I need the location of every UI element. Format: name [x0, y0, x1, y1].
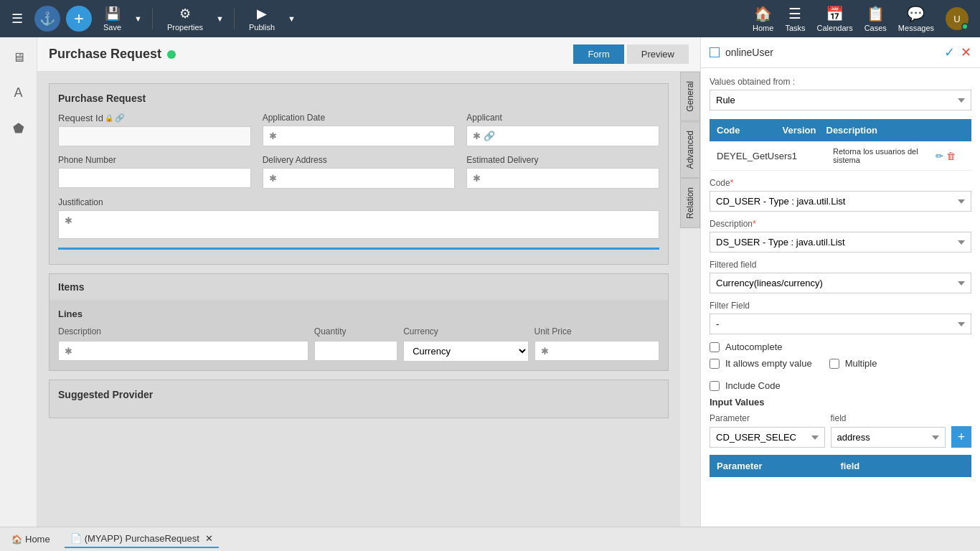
main-area: 🖥 A ⬟ Purchase Request Form Preview Purc… [0, 37, 980, 527]
app-date-field: Application Date ✱ [263, 113, 456, 146]
values-from-select[interactable]: Rule [710, 90, 971, 110]
preview-tab[interactable]: Preview [627, 44, 689, 64]
suggested-provider-title: Suggested Provider [58, 389, 659, 400]
field-select[interactable]: address [831, 427, 946, 448]
advanced-tab[interactable]: Advanced [680, 121, 700, 178]
avatar-status-dot [961, 23, 969, 30]
toolbar-right: 🏠 Home ☰ Tasks 📅 Calendars 📋 Cases 💬 Mes… [753, 5, 974, 32]
properties-button[interactable]: ⚙ Properties [161, 3, 209, 34]
rp-header: onlineUser ✓ ✕ [701, 37, 980, 68]
justification-input[interactable]: ✱ [58, 210, 659, 239]
autocomplete-checkbox[interactable] [710, 342, 720, 352]
table-header-version: Version [783, 125, 826, 136]
form-tab[interactable]: Form [573, 44, 623, 64]
nav-calendars[interactable]: 📅 Calendars [817, 5, 853, 32]
description-label: Description [710, 219, 971, 229]
purchase-request-section: Purchase Request Request Id 🔒 🔗 Applicat… [49, 83, 669, 265]
publish-icon: ▶ [257, 6, 267, 22]
tasks-icon: ☰ [788, 5, 801, 22]
sidebar-text-icon[interactable]: A [9, 81, 27, 105]
description-select[interactable]: DS_USER - Type : java.util.List [710, 232, 971, 253]
logo-button[interactable]: ⚓ [34, 6, 60, 32]
estimated-delivery-field: Estimated Delivery ✱ [466, 155, 659, 189]
page-title-area: Purchase Request [49, 47, 176, 62]
side-tabs: General Advanced Relation [680, 72, 700, 527]
nav-messages[interactable]: 💬 Messages [898, 5, 934, 32]
filtered-field-select[interactable]: Currency(lineas/currency) [710, 273, 971, 293]
table-header-code: Code [717, 125, 783, 136]
filter-field-select[interactable]: - [710, 314, 971, 334]
page-title: Purchase Request [49, 47, 161, 62]
include-code-checkbox[interactable] [710, 381, 720, 391]
toolbar-divider [152, 8, 153, 29]
col-currency-header: Currency [403, 326, 528, 336]
parameter-col-label: Parameter [710, 413, 825, 423]
include-code-row: Include Code [710, 380, 971, 391]
currency-select[interactable]: Currency [403, 341, 528, 362]
bottom-home-button[interactable]: 🏠 Home [6, 531, 56, 547]
publish-dropdown-button[interactable]: ▼ [286, 11, 297, 26]
sidebar-monitor-icon[interactable]: 🖥 [8, 46, 29, 70]
close-tab-icon[interactable]: ✕ [205, 533, 213, 544]
save-button[interactable]: 💾 Save [98, 3, 127, 34]
table-row-description: Retorna los usuarios del sistema [833, 147, 936, 164]
bottom-bar: 🏠 Home 📄 (MYAPP) PurchaseRequest ✕ [0, 527, 980, 551]
form-content: Purchase Request Request Id 🔒 🔗 Applicat… [37, 72, 680, 527]
request-id-input[interactable] [58, 126, 251, 146]
toolbar-left: ☰ ⚓ + 💾 Save ▼ ⚙ Properties ▼ ▶ Publish … [6, 3, 297, 34]
rp-title-row: onlineUser [710, 47, 773, 58]
table-row-actions: ✏ 🗑 [936, 151, 964, 161]
add-param-button[interactable]: + [951, 426, 971, 448]
lines-inner: Lines Description Quantity Currency Unit… [50, 300, 668, 370]
delete-rule-button[interactable]: 🗑 [946, 151, 956, 161]
nav-tasks[interactable]: ☰ Tasks [785, 5, 805, 32]
lines-table-header: Description Quantity Currency Unit Price [58, 326, 659, 336]
avatar[interactable]: U [946, 7, 969, 30]
toolbar: ☰ ⚓ + 💾 Save ▼ ⚙ Properties ▼ ▶ Publish … [0, 0, 980, 37]
allows-empty-row: It allows empty value [710, 358, 812, 369]
publish-button[interactable]: ▶ Publish [243, 3, 281, 34]
bottom-field-header: field [841, 461, 965, 471]
messages-icon: 💬 [907, 5, 925, 22]
lines-table-row: ✱ Currency [58, 341, 659, 362]
rp-confirm-button[interactable]: ✓ [944, 44, 955, 60]
form-with-tabs: Purchase Request Request Id 🔒 🔗 Applicat… [37, 72, 700, 527]
save-dropdown-button[interactable]: ▼ [133, 11, 143, 26]
relation-tab[interactable]: Relation [680, 178, 700, 228]
parameter-select[interactable]: CD_USER_SELEC [710, 427, 825, 448]
rp-title: onlineUser [725, 47, 773, 58]
toolbar-divider-2 [234, 8, 235, 29]
header-tabs: Form Preview [573, 44, 689, 64]
sidebar-shape-icon[interactable]: ⬟ [9, 116, 29, 141]
delivery-address-input[interactable]: ✱ [263, 168, 456, 189]
hamburger-button[interactable]: ☰ [6, 8, 29, 29]
lines-title: Lines [58, 309, 659, 319]
edit-rule-button[interactable]: ✏ [936, 151, 943, 161]
allows-empty-checkbox[interactable] [710, 359, 720, 369]
rp-close-button[interactable]: ✕ [961, 44, 971, 60]
applicant-input[interactable]: ✱ 🔗 [466, 126, 659, 146]
unit-price-input[interactable]: ✱ [534, 341, 659, 361]
code-label: Code [710, 178, 971, 188]
app-date-input[interactable]: ✱ [263, 126, 456, 146]
nav-home[interactable]: 🏠 Home [753, 5, 773, 32]
param-field-row: CD_USER_SELEC address + [710, 426, 971, 448]
general-tab[interactable]: General [680, 72, 700, 121]
properties-dropdown-button[interactable]: ▼ [215, 11, 225, 26]
code-select[interactable]: CD_USER - Type : java.util.List [710, 191, 971, 212]
request-id-link-icon: 🔗 [115, 113, 125, 123]
description-input[interactable]: ✱ [58, 341, 308, 361]
rp-title-checkbox[interactable] [710, 47, 720, 57]
estimated-delivery-label: Estimated Delivery [466, 155, 659, 165]
estimated-delivery-input[interactable]: ✱ [466, 168, 659, 189]
add-button[interactable]: + [66, 6, 92, 32]
form-row-2: Phone Number Delivery Address ✱ Estimate… [58, 155, 659, 189]
home-icon-small: 🏠 [11, 534, 22, 545]
bottom-app-tab[interactable]: 📄 (MYAPP) PurchaseRequest ✕ [65, 530, 219, 548]
quantity-input[interactable] [314, 341, 397, 361]
phone-input[interactable] [58, 168, 251, 188]
filter-field-label: Filter Field [710, 301, 971, 311]
nav-cases[interactable]: 📋 Cases [864, 5, 887, 32]
multiple-checkbox[interactable] [829, 359, 839, 369]
justification-label: Justification [58, 197, 659, 207]
